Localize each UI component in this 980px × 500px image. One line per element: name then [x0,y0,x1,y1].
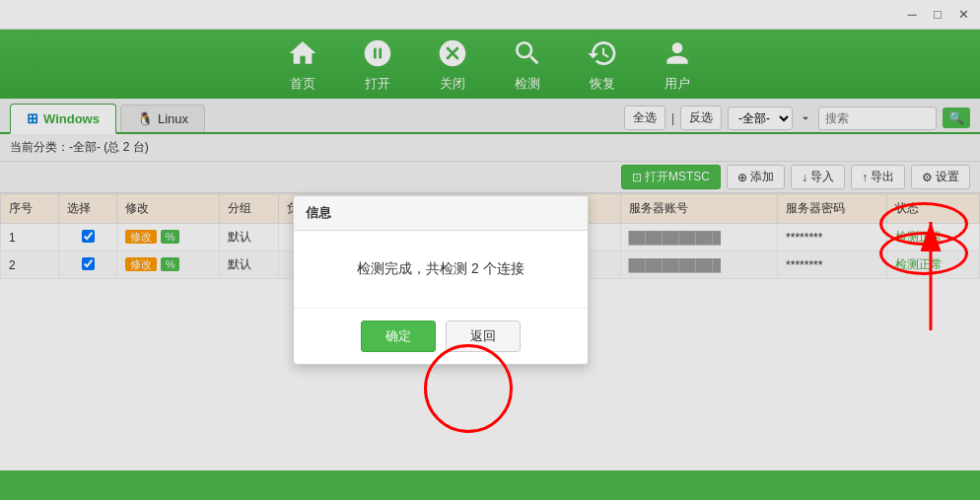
dialog-footer: 确定 返回 [294,308,588,364]
info-dialog: 信息 检测完成，共检测 2 个连接 确定 返回 [293,195,589,365]
cancel-button[interactable]: 返回 [446,321,521,352]
confirm-button[interactable]: 确定 [361,321,436,352]
dialog-title: 信息 [294,196,588,231]
dialog-body: 检测完成，共检测 2 个连接 [294,231,588,308]
dialog-overlay: 信息 检测完成，共检测 2 个连接 确定 返回 [0,0,980,500]
